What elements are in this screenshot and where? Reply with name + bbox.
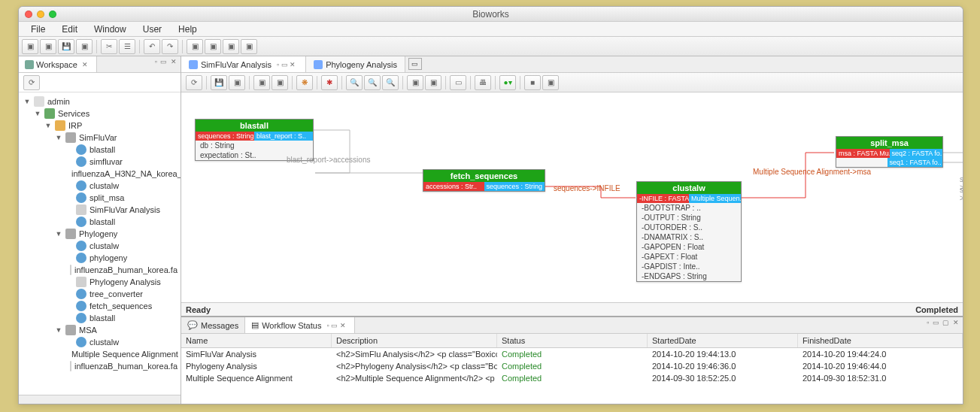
tab-simfluvar-analysis[interactable]: SimFluVar Analysis ▫ ▭ ✕ [181,56,306,72]
et-zoom-out[interactable]: 🔍 [364,75,381,90]
port-out[interactable]: blast_report : S.. [254,132,313,141]
tree-item[interactable]: ▼IRP [20,120,179,132]
menu-edit[interactable]: Edit [54,23,85,36]
et-align-2[interactable]: ▣ [425,75,441,90]
tree-toggle-icon[interactable]: ▼ [55,134,62,141]
tb-btn-6[interactable]: ☰ [119,39,135,54]
et-print[interactable]: 🖶 [475,75,491,90]
tab-controls[interactable]: ▫ ▭ ✕ [324,322,347,329]
col-start[interactable]: StartedDate [648,334,798,347]
table-row[interactable]: Multiple Sequence Alignment<h2>Multiple … [181,372,963,384]
tree-item[interactable]: influenzaA_H3N2_NA_korea_2002 [20,168,179,180]
node-blastall[interactable]: blastall sequences : String blast_report… [195,119,314,161]
tree-toggle-icon[interactable]: ▼ [55,326,62,334]
et-btn-1[interactable]: ⟳ [186,75,202,90]
tree-item[interactable]: ▼admin [20,95,179,108]
table-row[interactable]: Phylogeny Analysis<h2>Phylogeny Analysis… [181,360,963,372]
tb-btn-10[interactable]: ▣ [205,39,221,54]
et-btn-paste[interactable]: ▣ [272,75,288,90]
tb-btn-2[interactable]: ▣ [40,39,56,54]
node-split-msa[interactable]: split_msa msa : FASTA Mu.. seq2 : FASTA … [836,136,943,168]
tree-item[interactable]: Phylogeny Analysis [20,276,179,288]
tree-item[interactable]: ▼MSA [20,324,179,336]
node-fetch-sequences[interactable]: fetch_sequences accessions : Str.. seque… [423,169,545,192]
minimize-icon[interactable] [37,11,44,18]
table-row[interactable]: SimFluVar Analysis<h2>SimFlu Analysis</h… [181,348,963,360]
menu-window[interactable]: Window [86,23,134,36]
tree-item[interactable]: Multiple Sequence Alignment [20,348,179,360]
tree-item[interactable]: ▼Services [20,108,179,120]
tb-btn-7[interactable]: ↶ [144,39,160,54]
workspace-tab[interactable]: Workspace ✕ [19,56,97,72]
tab-phylogeny-analysis[interactable]: Phylogeny Analysis [306,56,405,72]
tree-item[interactable]: ▼SimFluVar [20,132,179,144]
tree-item[interactable]: influenzaB_human_korea.fa [20,264,179,276]
col-finish[interactable]: FinishedDate [798,334,963,347]
et-run-button[interactable]: ●▾ [499,75,516,90]
tree-toggle-icon[interactable]: ▼ [55,230,62,238]
port-in[interactable]: -INFILE : FASTA.. [637,194,689,203]
port-in[interactable]: sequences : String [196,132,254,141]
tree-item[interactable]: clustalw [20,240,179,252]
tree-toggle-icon[interactable]: ▼ [34,110,41,117]
col-status[interactable]: Status [497,334,648,347]
port-out[interactable]: sequences : String [484,182,545,191]
tab-workflow-status[interactable]: ▤ Workflow Status ▫ ▭ ✕ [245,317,354,333]
zoom-icon[interactable] [49,11,56,18]
tree-item[interactable]: clustalw [20,180,179,192]
workspace-tree[interactable]: ▼admin▼Services▼IRP▼SimFluVarblastallsim… [19,92,181,395]
tree-item[interactable]: blastall [20,144,179,156]
port-out[interactable]: seq1 : FASTA fo.. [887,158,943,167]
tree-item[interactable]: blastall [20,312,179,324]
tree-item[interactable]: SimFluVar Analysis [20,204,179,216]
tree-item[interactable]: simfluvar [20,156,179,168]
tree-item[interactable]: tree_converter [20,288,179,300]
et-btn-4[interactable]: ❋ [296,75,313,90]
et-btn-end[interactable]: ▣ [542,75,559,90]
tb-btn-4[interactable]: ▣ [76,39,93,54]
tb-btn-1[interactable]: ▣ [22,39,38,54]
tree-item[interactable]: influenzaB_human_korea.fa [20,360,179,372]
et-zoom-in[interactable]: 🔍 [346,75,363,90]
tb-btn-3[interactable]: 💾 [58,39,74,54]
port-in[interactable]: accessions : Str.. [423,182,484,191]
menu-file[interactable]: File [23,23,53,36]
tree-item[interactable]: fetch_sequences [20,300,179,312]
node-clustalw[interactable]: clustalw -INFILE : FASTA.. Multiple Sequ… [636,181,742,282]
tree-item[interactable]: split_msa [20,192,179,204]
tb-btn-12[interactable]: ▣ [241,39,257,54]
col-desc[interactable]: Description [332,334,497,347]
et-zoom-fit[interactable]: 🔍 [382,75,399,90]
et-btn-copy[interactable]: ▣ [253,75,270,90]
panel-min-max[interactable]: ▫ ▭ ▢ ✕ [924,317,963,333]
tree-item[interactable]: ▼Phylogeny [20,228,179,240]
tree-item[interactable]: phylogeny [20,252,179,264]
et-layout[interactable]: ▭ [450,75,466,90]
maximize-editor-button[interactable]: ▭ [408,58,422,70]
et-btn-5[interactable]: ✱ [321,75,338,90]
et-btn-2[interactable]: 💾 [211,75,227,90]
workflow-canvas[interactable]: blastall sequences : String blast_report… [181,92,963,302]
tree-item[interactable]: clustalw [20,336,179,348]
panel-min-max[interactable]: ▫ ▭ ✕ [152,56,181,72]
menu-help[interactable]: Help [171,23,205,36]
tree-item[interactable]: blastall [20,216,179,228]
col-name[interactable]: Name [181,334,332,347]
port-out[interactable]: seq2 : FASTA fo.. [890,149,943,158]
port-in[interactable]: msa : FASTA Mu.. [836,149,890,158]
close-icon[interactable] [25,11,32,18]
tb-btn-8[interactable]: ↷ [162,39,178,54]
scrollbar-h[interactable] [19,395,181,404]
et-align-1[interactable]: ▣ [407,75,423,90]
tb-btn-11[interactable]: ▣ [223,39,239,54]
menu-user[interactable]: User [135,23,169,36]
tb-btn-9[interactable]: ▣ [187,39,203,54]
workspace-tab-controls[interactable]: ✕ [80,61,90,68]
ws-refresh-button[interactable]: ⟳ [23,75,40,90]
et-stop-button[interactable]: ■ [524,75,541,90]
tree-toggle-icon[interactable]: ▼ [23,98,31,105]
tb-btn-5[interactable]: ✂ [101,39,117,54]
port-out[interactable]: Multiple Sequen.. [689,194,741,203]
tab-controls[interactable]: ▫ ▭ ✕ [275,61,298,68]
et-btn-3[interactable]: ▣ [229,75,245,90]
